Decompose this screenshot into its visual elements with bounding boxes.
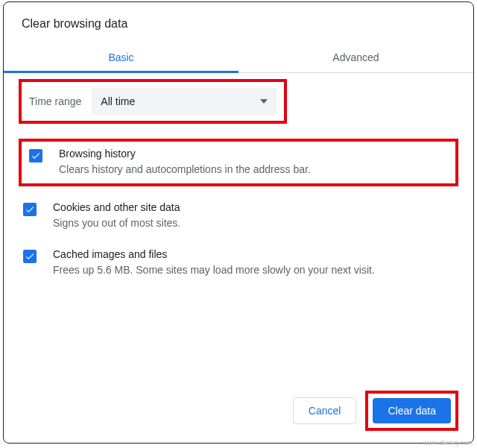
time-range-label: Time range [29,95,81,107]
checkmark-icon [31,151,41,161]
tab-basic[interactable]: Basic [4,41,238,72]
time-range-value: All time [101,95,135,107]
option-title: Browsing history [59,148,311,160]
tabs: Basic Advanced [4,41,473,73]
dialog-footer: Cancel Clear data [4,380,473,443]
watermark: www.deuaq.com [423,439,473,447]
highlight-browsing-history: Browsing history Clears history and auto… [19,139,458,186]
checkmark-icon [25,204,35,215]
option-desc: Frees up 5.6 MB. Some sites may load mor… [53,263,375,278]
clear-browsing-data-dialog: Clear browsing data Basic Advanced Time … [3,1,474,444]
checkbox-browsing-history[interactable] [29,149,42,163]
checkbox-cookies[interactable] [23,203,37,216]
chevron-down-icon [260,99,268,104]
option-title: Cached images and files [53,248,375,260]
cancel-button[interactable]: Cancel [293,397,357,424]
option-title: Cookies and other site data [53,201,180,213]
checkmark-icon [25,251,35,262]
checkbox-cached[interactable] [23,250,37,263]
highlight-time-range: Time range All time [19,79,287,124]
dialog-title: Clear browsing data [4,2,473,41]
option-desc: Clears history and autocompletions in th… [59,163,311,177]
clear-data-button[interactable]: Clear data [373,398,451,423]
option-desc: Signs you out of most sites. [53,216,180,231]
time-range-select[interactable]: All time [92,88,277,115]
tab-advanced[interactable]: Advanced [238,41,473,72]
dialog-content: Time range All time Browsing history Cle… [4,73,473,380]
highlight-clear-data: Clear data [365,391,458,431]
